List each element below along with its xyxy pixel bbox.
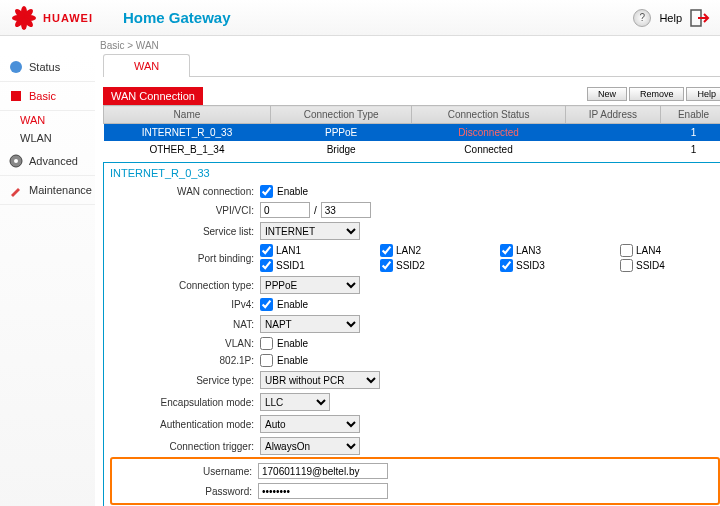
panel-title: INTERNET_R_0_33 [110, 167, 720, 183]
lbl-8021p: 802.1P: [110, 355, 260, 366]
vlan-checkbox[interactable] [260, 337, 273, 350]
tab-bar: WAN [103, 53, 720, 77]
encap-select[interactable]: LLC [260, 393, 330, 411]
th-enable: Enable [661, 106, 720, 124]
vpi-input[interactable] [260, 202, 310, 218]
lbl-portbinding: Port binding: [110, 253, 260, 264]
username-input[interactable] [258, 463, 388, 479]
svg-point-12 [14, 159, 18, 163]
servicetype-select[interactable]: UBR without PCR [260, 371, 380, 389]
table-row[interactable]: INTERNET_R_0_33 PPPoE Disconnected 1 [104, 124, 721, 142]
lbl-vlan: VLAN: [110, 338, 260, 349]
lan4-label: LAN4 [636, 245, 661, 256]
password-input[interactable] [258, 483, 388, 499]
enable-text: Enable [277, 186, 308, 197]
lan1-label: LAN1 [276, 245, 301, 256]
help-link[interactable]: Help [659, 12, 682, 24]
th-type: Connection Type [270, 106, 411, 124]
cb-lan1[interactable] [260, 244, 273, 257]
vci-input[interactable] [321, 202, 371, 218]
cb-ssid1[interactable] [260, 259, 273, 272]
header: HUAWEI Home Gateway ? Help [0, 0, 720, 36]
lbl-servicelist: Service list: [110, 226, 260, 237]
lbl-wanconn: WAN connection: [110, 186, 260, 197]
cell: Disconnected [412, 124, 565, 142]
ssid4-label: SSID4 [636, 260, 665, 271]
lan3-label: LAN3 [516, 245, 541, 256]
help-button[interactable]: Help [686, 87, 720, 101]
th-name: Name [104, 106, 271, 124]
sidebar-item-basic[interactable]: Basic [0, 82, 95, 111]
sidebar: Status Basic WAN WLAN Advanced Maintenan… [0, 53, 95, 506]
form-panel: INTERNET_R_0_33 WAN connection:Enable VP… [103, 162, 720, 506]
cb-lan2[interactable] [380, 244, 393, 257]
lbl-nat: NAT: [110, 319, 260, 330]
cb-lan3[interactable] [500, 244, 513, 257]
conntype-select[interactable]: PPPoE [260, 276, 360, 294]
huawei-logo-icon [10, 6, 38, 30]
table-row[interactable]: OTHER_B_1_34 Bridge Connected 1 [104, 141, 721, 158]
sidebar-label: Status [29, 61, 60, 73]
lbl-vpivci: VPI/VCI: [110, 205, 260, 216]
sidebar-item-status[interactable]: Status [0, 53, 95, 82]
ssid3-label: SSID3 [516, 260, 545, 271]
cb-ssid3[interactable] [500, 259, 513, 272]
auth-select[interactable]: Auto [260, 415, 360, 433]
nat-select[interactable]: NAPT [260, 315, 360, 333]
th-ip: IP Address [565, 106, 660, 124]
cell: Bridge [270, 141, 411, 158]
cell: Connected [412, 141, 565, 158]
cb-lan4[interactable] [620, 244, 633, 257]
sidebar-sub-wan[interactable]: WAN [20, 111, 95, 129]
advanced-icon [8, 153, 24, 169]
lbl-trigger: Connection trigger: [110, 441, 260, 452]
sidebar-item-maintenance[interactable]: Maintenance [0, 176, 95, 205]
new-button[interactable]: New [587, 87, 627, 101]
connection-table: Name Connection Type Connection Status I… [103, 105, 720, 158]
cell: INTERNET_R_0_33 [104, 124, 271, 142]
wanconn-checkbox[interactable] [260, 185, 273, 198]
ssid1-label: SSID1 [276, 260, 305, 271]
cell [565, 141, 660, 158]
svg-point-9 [10, 61, 22, 73]
enable-text: Enable [277, 299, 308, 310]
ssid2-label: SSID2 [396, 260, 425, 271]
sidebar-label: Basic [29, 90, 56, 102]
basic-icon [8, 88, 24, 104]
logout-icon[interactable] [690, 9, 710, 27]
breadcrumb: Basic > WAN [0, 36, 720, 53]
svg-point-7 [21, 18, 27, 30]
lan2-label: LAN2 [396, 245, 421, 256]
lbl-servicetype: Service type: [110, 375, 260, 386]
lbl-username: Username: [114, 466, 258, 477]
lbl-encap: Encapsulation mode: [110, 397, 260, 408]
cb-ssid4[interactable] [620, 259, 633, 272]
tab-wan[interactable]: WAN [103, 54, 190, 77]
trigger-select[interactable]: AlwaysOn [260, 437, 360, 455]
svg-rect-10 [11, 91, 21, 101]
help-icon[interactable]: ? [633, 9, 651, 27]
credentials-highlight: Username: Password: [110, 457, 720, 505]
8021p-checkbox[interactable] [260, 354, 273, 367]
status-icon [8, 59, 24, 75]
enable-text: Enable [277, 338, 308, 349]
logo: HUAWEI [10, 6, 93, 30]
sidebar-label: Maintenance [29, 184, 92, 196]
enable-text: Enable [277, 355, 308, 366]
th-status: Connection Status [412, 106, 565, 124]
cb-ssid2[interactable] [380, 259, 393, 272]
cell [565, 124, 660, 142]
cell: 1 [661, 141, 720, 158]
maintenance-icon [8, 182, 24, 198]
sidebar-item-advanced[interactable]: Advanced [0, 147, 95, 176]
ipv4-checkbox[interactable] [260, 298, 273, 311]
lbl-password: Password: [114, 486, 258, 497]
sidebar-label: Advanced [29, 155, 78, 167]
sidebar-sub-wlan[interactable]: WLAN [20, 129, 95, 147]
remove-button[interactable]: Remove [629, 87, 685, 101]
lbl-auth: Authentication mode: [110, 419, 260, 430]
cell: 1 [661, 124, 720, 142]
cell: PPPoE [270, 124, 411, 142]
brand-text: HUAWEI [43, 12, 93, 24]
servicelist-select[interactable]: INTERNET [260, 222, 360, 240]
